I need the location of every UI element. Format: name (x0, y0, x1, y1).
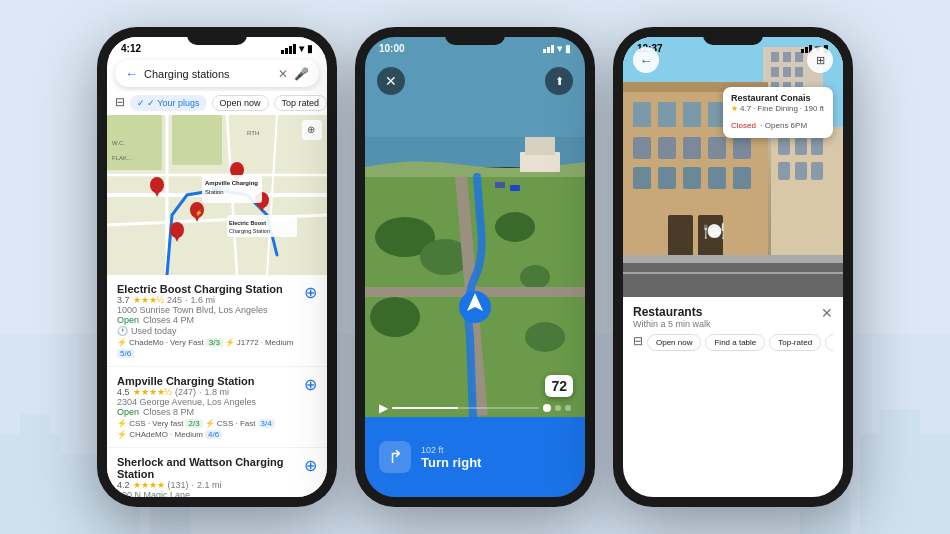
chip-top-rated[interactable]: Top rated (274, 95, 327, 111)
svg-rect-56 (510, 185, 520, 191)
svg-rect-84 (683, 167, 701, 189)
svg-text:W.C.: W.C. (112, 140, 125, 146)
street-view-back-button[interactable]: ← (633, 47, 659, 73)
chip-open-now[interactable]: Open now (212, 95, 269, 111)
svg-rect-92 (795, 137, 807, 155)
result-item-2[interactable]: Ampville Charging Station 4.5 ★★★★½ (247… (107, 367, 327, 448)
phone2-time: 10:00 (379, 43, 405, 54)
result2-nav-icon[interactable]: ⊕ (304, 375, 317, 394)
svg-rect-64 (771, 67, 779, 77)
svg-rect-80 (708, 137, 726, 159)
panel-subtitle: Within a 5 min walk (633, 319, 711, 329)
restaurant-info-card[interactable]: Restaurant Conais ★ 4.7 · Fine Dining · … (723, 87, 833, 138)
restaurant-rating: ★ 4.7 · Fine Dining · 190 ft (731, 104, 825, 113)
phone1-notch (187, 31, 247, 45)
svg-rect-58 (525, 137, 555, 155)
result2-stars: ★★★★½ (133, 387, 173, 397)
restaurant-emoji-marker: 🍽️ (703, 220, 725, 242)
svg-point-47 (495, 212, 535, 242)
restaurant-name: Restaurant Conais (731, 93, 825, 103)
chip-your-plugs[interactable]: ✓✓ Your plugs (130, 95, 207, 111)
result1-name: Electric Boost Charging Station (117, 283, 300, 295)
svg-rect-87 (668, 215, 693, 262)
play-icon[interactable]: ▶ (379, 401, 388, 415)
nav-distance: 102 ft (421, 445, 481, 455)
phone1-status-icons: ▾ ▮ (281, 43, 313, 54)
phone3-screen: ← ⊞ 12:37 ▾ ▮ (623, 37, 843, 497)
nav-text: 102 ft Turn right (421, 445, 481, 470)
battery-icon: ▮ (307, 43, 313, 54)
svg-point-49 (370, 297, 420, 337)
nav-progress-bar: ▶ (365, 401, 585, 415)
signal-icon-2 (543, 45, 554, 53)
svg-text:Ampville Charging: Ampville Charging (205, 180, 258, 186)
result1-chargers: ⚡ ChadeMo · Very Fast 3/3 ⚡ J1772 · Medi… (117, 338, 300, 358)
result1-stars: ★★★½ (133, 295, 165, 305)
phone1-screen: 4:12 ▾ ▮ ← Charging stations ✕ 🎤 (107, 37, 327, 497)
nav-close-button[interactable]: ✕ (377, 67, 405, 95)
svg-text:⊕: ⊕ (307, 124, 315, 135)
back-icon: ← (640, 53, 653, 68)
panel-title: Restaurants (633, 305, 711, 319)
result-item-1[interactable]: Electric Boost Charging Station 3.7 ★★★½… (107, 275, 327, 367)
result1-nav-icon[interactable]: ⊕ (304, 283, 317, 302)
phone2-status-icons: ▾ ▮ (543, 43, 571, 54)
nav-instruction-bar: ↱ 102 ft Turn right (365, 417, 585, 497)
battery-icon-2: ▮ (565, 43, 571, 54)
nav-share-button[interactable]: ⬆ (545, 67, 573, 95)
mic-icon[interactable]: 🎤 (294, 67, 309, 81)
svg-rect-74 (683, 102, 701, 127)
chip-find-table[interactable]: Find a table (705, 334, 765, 351)
phone-street-view: ← ⊞ 12:37 ▾ ▮ (613, 27, 853, 507)
svg-rect-96 (811, 162, 823, 180)
svg-rect-99 (623, 255, 843, 263)
progress-dot (555, 405, 561, 411)
phone2-notch (445, 31, 505, 45)
wifi-icon-2: ▾ (557, 43, 562, 54)
restaurant-status: Closed · Opens 6PM (731, 114, 825, 132)
svg-rect-66 (795, 67, 803, 77)
progress-fill (392, 407, 458, 409)
filter-icon[interactable]: ⊟ (115, 95, 125, 111)
chip-panel-open-now[interactable]: Open now (647, 334, 701, 351)
panel-filter-icon[interactable]: ⊟ (633, 334, 643, 351)
svg-rect-94 (778, 162, 790, 180)
back-arrow-icon[interactable]: ← (125, 66, 138, 81)
panel-close-button[interactable]: ✕ (821, 305, 833, 321)
chip-panel-top-rated[interactable]: Top-rated (769, 334, 821, 351)
svg-text:FLAK...: FLAK... (112, 155, 132, 161)
phones-container: 4:12 ▾ ▮ ← Charging stations ✕ 🎤 (97, 27, 853, 507)
result2-chargers: ⚡ CSS · Very fast 2/3 ⚡ CSS · Fast 3/4 ⚡… (117, 419, 300, 439)
chip-more[interactable]: More (825, 334, 833, 351)
nav-map (365, 37, 585, 417)
svg-rect-55 (495, 182, 505, 188)
svg-rect-93 (811, 137, 823, 155)
street-view-more-button[interactable]: ⊞ (807, 47, 833, 73)
result2-name: Ampville Charging Station (117, 375, 300, 387)
phone-charging-stations: 4:12 ▾ ▮ ← Charging stations ✕ 🎤 (97, 27, 337, 507)
nav-street: Turn right (421, 455, 481, 470)
svg-rect-86 (733, 167, 751, 189)
svg-rect-83 (658, 167, 676, 189)
svg-text:Station: Station (205, 189, 224, 195)
result-item-3[interactable]: Sherlock and Wattson Charging Station 4.… (107, 448, 327, 497)
panel-header: Restaurants Within a 5 min walk ✕ (633, 305, 833, 329)
phone3-notch (703, 31, 763, 45)
search-text: Charging stations (144, 68, 272, 80)
svg-rect-98 (623, 272, 843, 274)
close-icon[interactable]: ✕ (278, 67, 288, 81)
svg-rect-9 (880, 409, 920, 534)
result3-name: Sherlock and Wattson Charging Station (117, 456, 300, 480)
map-area[interactable]: W.C. FLAK... RTH ⚡ (107, 115, 327, 275)
filter-chips: ⊟ ✓✓ Your plugs Open now Top rated (107, 91, 327, 115)
share-icon: ⬆ (555, 75, 564, 88)
speed-badge: 72 (545, 375, 573, 397)
search-bar[interactable]: ← Charging stations ✕ 🎤 (115, 60, 319, 87)
svg-rect-18 (172, 115, 222, 165)
svg-text:⚡: ⚡ (195, 209, 203, 217)
speed-value: 72 (551, 378, 567, 394)
svg-rect-85 (708, 167, 726, 189)
result3-rating: 4.2 ★★★★ (131) · 2.1 mi (117, 480, 300, 490)
result3-nav-icon[interactable]: ⊕ (304, 456, 317, 475)
svg-text:Electric Boost: Electric Boost (229, 220, 266, 226)
